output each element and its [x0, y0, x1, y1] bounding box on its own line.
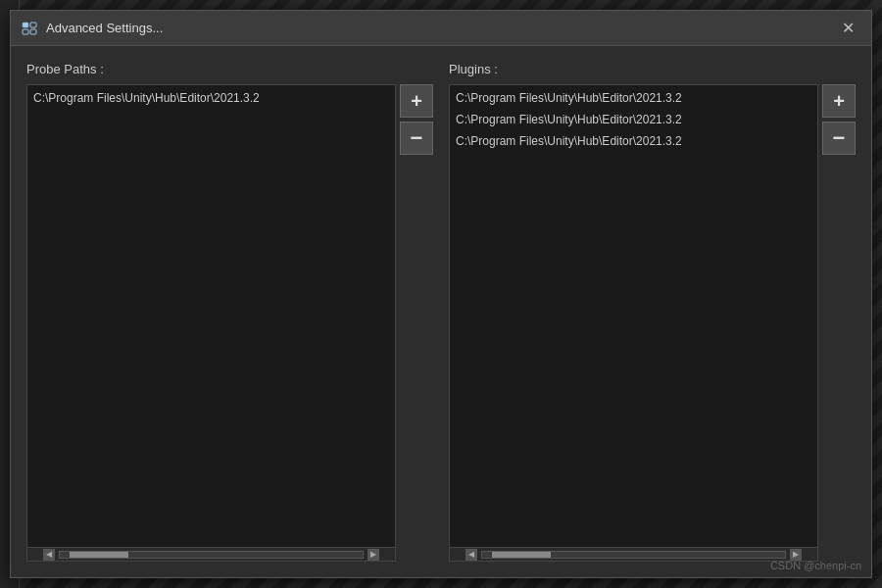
title-bar: Advanced Settings... ✕ [11, 11, 871, 46]
plugins-add-button[interactable]: + [822, 84, 856, 118]
plugins-body: C:\Program Files\Unity\Hub\Editor\2021.3… [449, 84, 856, 562]
probe-paths-scroll-track[interactable] [59, 551, 364, 559]
probe-path-item-0[interactable]: C:\Program Files\Unity\Hub\Editor\2021.3… [27, 87, 395, 109]
plugins-label: Plugins : [449, 62, 856, 76]
plugin-item-1[interactable]: C:\Program Files\Unity\Hub\Editor\2021.3… [450, 109, 817, 130]
svg-rect-2 [23, 29, 28, 34]
svg-rect-1 [30, 23, 36, 27]
close-button[interactable]: ✕ [834, 19, 861, 38]
plugin-item-0[interactable]: C:\Program Files\Unity\Hub\Editor\2021.3… [450, 87, 817, 109]
dialog-title: Advanced Settings... [46, 21, 163, 35]
probe-paths-label: Probe Paths : [26, 62, 433, 76]
probe-paths-scroll-right[interactable]: ▶ [368, 549, 379, 561]
plugin-item-2[interactable]: C:\Program Files\Unity\Hub\Editor\2021.3… [450, 130, 817, 152]
svg-rect-3 [30, 29, 36, 34]
advanced-settings-dialog: Advanced Settings... ✕ Probe Paths : C:\… [10, 10, 872, 578]
plugins-remove-button[interactable]: − [822, 122, 856, 155]
plugins-scrollbar: ◀ ▶ [450, 547, 817, 561]
probe-paths-body: C:\Program Files\Unity\Hub\Editor\2021.3… [26, 84, 433, 562]
svg-rect-0 [23, 23, 28, 27]
plugins-buttons: + − [822, 84, 856, 562]
dialog-content: Probe Paths : C:\Program Files\Unity\Hub… [11, 46, 871, 577]
probe-paths-list-container: C:\Program Files\Unity\Hub\Editor\2021.3… [26, 84, 396, 562]
plugins-list: C:\Program Files\Unity\Hub\Editor\2021.3… [450, 85, 817, 547]
probe-paths-scroll-thumb [70, 552, 128, 558]
plugins-scroll-left[interactable]: ◀ [466, 549, 477, 561]
settings-icon [21, 20, 38, 37]
title-bar-left: Advanced Settings... [21, 20, 163, 37]
probe-paths-scrollbar: ◀ ▶ [27, 547, 395, 561]
probe-paths-add-button[interactable]: + [400, 84, 433, 118]
probe-paths-list: C:\Program Files\Unity\Hub\Editor\2021.3… [27, 85, 395, 547]
probe-paths-panel: Probe Paths : C:\Program Files\Unity\Hub… [26, 62, 433, 562]
plugins-panel: Plugins : C:\Program Files\Unity\Hub\Edi… [449, 62, 856, 562]
watermark: CSDN @chenpi-cn [770, 560, 861, 571]
plugins-list-container: C:\Program Files\Unity\Hub\Editor\2021.3… [449, 84, 818, 562]
plugins-scroll-right[interactable]: ▶ [790, 549, 802, 561]
plugins-scroll-thumb [492, 552, 551, 558]
probe-paths-scroll-left[interactable]: ◀ [43, 549, 55, 561]
probe-paths-buttons: + − [400, 84, 433, 562]
plugins-scroll-track[interactable] [481, 551, 786, 559]
probe-paths-remove-button[interactable]: − [400, 122, 433, 155]
